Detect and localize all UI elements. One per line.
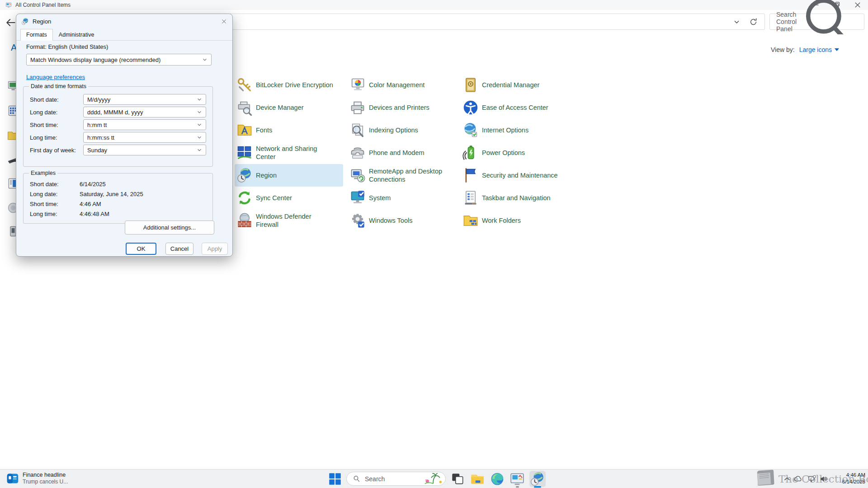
chevron-down-icon	[196, 134, 203, 141]
cp-item-taskbar-and-navigation[interactable]: Taskbar and Navigation	[461, 187, 569, 209]
devices-printers-icon	[349, 99, 366, 116]
tab-formats[interactable]: Formats	[20, 29, 53, 41]
example-row: Long date:Saturday, June 14, 2025	[30, 189, 206, 199]
running-indicator	[516, 486, 519, 488]
dropdown-value: Sunday	[87, 147, 196, 154]
search-icon	[353, 475, 360, 483]
cp-item-phone-and-modem[interactable]: Phone and Modem	[348, 141, 456, 164]
back-arrow-icon[interactable]	[5, 16, 17, 29]
cp-item-label: Color Management	[369, 81, 425, 89]
view-by-caret-icon[interactable]	[835, 48, 839, 51]
tray-chevron-up-icon[interactable]	[783, 474, 792, 483]
onedrive-cloud-icon[interactable]	[793, 474, 802, 483]
control-panel-grid: BitLocker Drive EncryptionColor Manageme…	[235, 74, 581, 232]
example-row-value: 4:46:48 AM	[80, 211, 109, 217]
examples-group-legend: Examples	[29, 170, 57, 176]
example-row-value: Saturday, June 14, 2025	[80, 191, 143, 197]
device-manager-icon	[236, 99, 253, 116]
datetime-row-label: First day of week:	[30, 147, 83, 154]
datetime-row-label: Short date:	[30, 96, 83, 103]
example-row: Long time:4:46:48 AM	[30, 209, 206, 219]
taskbar-search[interactable]: Search	[346, 472, 446, 486]
cp-item-label: Ease of Access Center	[482, 103, 548, 112]
ok-button[interactable]: OK	[126, 243, 156, 255]
cp-item-remoteapp-and-desktop-connections[interactable]: RemoteApp and Desktop Connections	[348, 164, 456, 187]
long-date-dropdown[interactable]: dddd, MMMM d, yyyy	[83, 107, 206, 117]
cp-item-power-options[interactable]: Power Options	[461, 141, 569, 164]
cp-item-region[interactable]: Region	[235, 164, 343, 187]
dialog-close-icon[interactable]	[220, 18, 228, 25]
edge-browser-button[interactable]	[490, 471, 505, 487]
region-icon	[236, 167, 253, 183]
tab-administrative[interactable]: Administrative	[53, 29, 100, 41]
cp-item-indexing-options[interactable]: Indexing Options	[348, 119, 456, 141]
system-icon	[349, 190, 366, 206]
cp-item-label: Fonts	[256, 126, 272, 134]
datetime-row-label: Short time:	[30, 122, 83, 128]
news-widget[interactable]: Finance headline Trump cancels U...	[6, 472, 68, 485]
tray-clock[interactable]: 4:46 AM 6/14/2025	[842, 472, 865, 485]
cp-item-windows-defender-firewall[interactable]: Windows Defender Firewall	[235, 209, 343, 232]
datetime-row-label: Long time:	[30, 134, 83, 141]
additional-settings-button[interactable]: Additional settings...	[125, 221, 214, 235]
datetime-row: Short date:M/d/yyyy	[30, 93, 206, 106]
format-label: Format: English (United States)	[26, 43, 108, 50]
dropdown-value: dddd, MMMM d, yyyy	[87, 109, 196, 116]
example-row: Short time:4:46 AM	[30, 199, 206, 209]
phone-modem-icon	[349, 145, 366, 161]
dialog-titlebar[interactable]: Region	[16, 14, 232, 28]
cp-item-windows-tools[interactable]: Windows Tools	[348, 209, 456, 232]
volume-icon[interactable]	[819, 474, 828, 483]
cp-item-system[interactable]: System	[348, 187, 456, 209]
fonts-icon	[236, 122, 253, 138]
long-time-dropdown[interactable]: h:mm:ss tt	[83, 132, 206, 143]
cp-item-color-management[interactable]: Color Management	[348, 74, 456, 96]
tray-date: 6/14/2025	[842, 479, 865, 485]
cp-item-label: Security and Maintenance	[482, 171, 558, 179]
network-sharing-icon	[236, 145, 253, 161]
control-panel-taskbar-button[interactable]	[509, 471, 525, 487]
refresh-icon[interactable]	[749, 17, 758, 27]
network-icon[interactable]	[807, 474, 816, 483]
example-row-value: 6/14/2025	[80, 181, 106, 188]
cp-item-label: Devices and Printers	[369, 103, 429, 112]
cp-item-credential-manager[interactable]: Credential Manager	[461, 74, 569, 96]
example-row-label: Short date:	[30, 181, 80, 188]
taskbar: Finance headline Trump cancels U... Sear…	[0, 469, 868, 488]
short-time-dropdown[interactable]: h:mm tt	[83, 119, 206, 130]
news-widget-icon	[6, 472, 19, 485]
language-preferences-link[interactable]: Language preferences	[26, 74, 85, 80]
task-view-button[interactable]	[450, 471, 465, 487]
seasonal-art-icon	[423, 472, 443, 485]
view-by-value[interactable]: Large icons	[799, 46, 832, 53]
cp-item-ease-of-access-center[interactable]: Ease of Access Center	[461, 96, 569, 119]
datetime-row: First day of week:Sunday	[30, 144, 206, 156]
region-taskbar-button[interactable]	[530, 471, 545, 487]
widget-headline: Finance headline	[23, 472, 68, 479]
cp-item-sync-center[interactable]: Sync Center	[235, 187, 343, 209]
datetime-group-legend: Date and time formats	[29, 83, 88, 89]
cp-item-fonts[interactable]: Fonts	[235, 119, 343, 141]
datetime-row: Long date:dddd, MMMM d, yyyy	[30, 106, 206, 118]
cp-item-device-manager[interactable]: Device Manager	[235, 96, 343, 119]
address-dropdown-icon[interactable]	[732, 18, 741, 26]
file-explorer-button[interactable]	[470, 471, 485, 487]
cp-item-devices-and-printers[interactable]: Devices and Printers	[348, 96, 456, 119]
search-input[interactable]: Search Control Panel	[769, 14, 864, 30]
cp-item-bitlocker-drive-encryption[interactable]: BitLocker Drive Encryption	[235, 74, 343, 96]
cp-item-work-folders[interactable]: Work Folders	[461, 209, 569, 232]
start-button[interactable]	[327, 471, 343, 487]
datetime-formats-group: Date and time formats Short date:M/d/yyy…	[23, 86, 213, 167]
apply-button[interactable]: Apply	[202, 243, 228, 255]
first-day-of-week-dropdown[interactable]: Sunday	[83, 145, 206, 155]
dropdown-value: h:mm:ss tt	[87, 134, 196, 141]
cp-item-internet-options[interactable]: Internet Options	[461, 119, 569, 141]
cancel-button[interactable]: Cancel	[165, 243, 193, 255]
dropdown-value: M/d/yyyy	[87, 96, 196, 103]
cp-item-security-and-maintenance[interactable]: Security and Maintenance	[461, 164, 569, 187]
cp-item-label: Internet Options	[482, 126, 528, 134]
format-dropdown[interactable]: Match Windows display language (recommen…	[26, 54, 212, 66]
cp-item-network-and-sharing-center[interactable]: Network and Sharing Center	[235, 141, 343, 164]
short-date-dropdown[interactable]: M/d/yyyy	[83, 94, 206, 105]
cp-item-label: Windows Defender Firewall	[256, 212, 311, 229]
